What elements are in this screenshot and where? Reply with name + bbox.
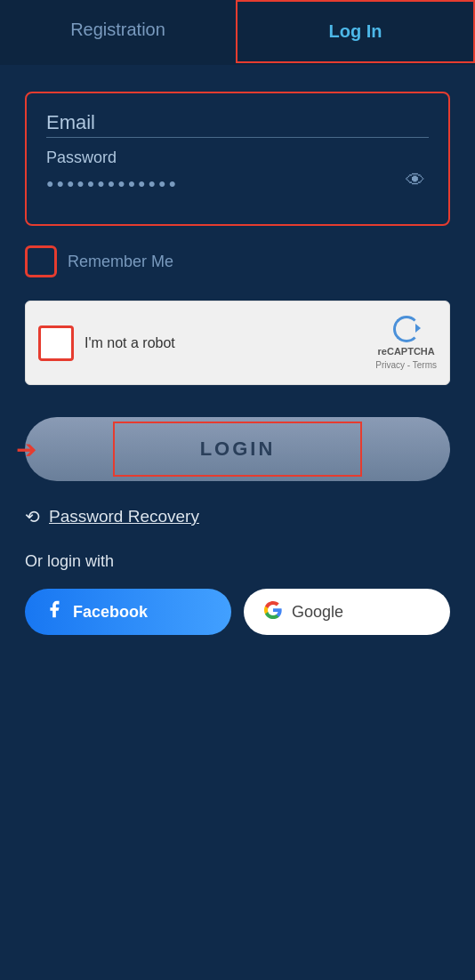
- login-button-outer: LOGIN: [25, 417, 450, 481]
- registration-tab-label: Registration: [70, 20, 165, 39]
- remember-me-checkbox[interactable]: [25, 245, 57, 277]
- recovery-icon: ⟲: [25, 506, 40, 527]
- password-label: Password: [46, 149, 429, 167]
- login-button-area: ➔ LOGIN: [25, 417, 450, 481]
- tab-registration[interactable]: Registration: [0, 0, 236, 63]
- recaptcha-right: reCAPTCHA Privacy - Terms: [375, 316, 437, 370]
- password-field-group: Password ●●●●●●●●●●●●● 👁: [46, 149, 429, 196]
- email-field-group: [46, 111, 429, 138]
- recaptcha-text: I'm not a robot: [85, 335, 175, 351]
- tab-bar: Registration Log In: [0, 0, 475, 65]
- password-dots: ●●●●●●●●●●●●●: [46, 171, 429, 196]
- or-login-label: Or login with: [25, 552, 450, 571]
- remember-me-row: Remember Me: [25, 245, 450, 277]
- password-recovery-link[interactable]: Password Recovery: [49, 507, 199, 526]
- email-input[interactable]: [46, 111, 429, 138]
- recaptcha-brand: reCAPTCHA: [378, 346, 435, 357]
- social-buttons: Facebook Google: [25, 589, 450, 635]
- remember-me-label: Remember Me: [68, 253, 173, 271]
- login-button-label: LOGIN: [200, 438, 276, 460]
- arrow-right-icon: ➔: [16, 435, 36, 464]
- recaptcha-widget[interactable]: I'm not a robot reCAPTCHA Privacy - Term…: [25, 301, 450, 385]
- facebook-login-button[interactable]: Facebook: [25, 589, 231, 635]
- login-form-box: Password ●●●●●●●●●●●●● 👁: [25, 92, 450, 226]
- recaptcha-left: I'm not a robot: [38, 325, 175, 361]
- checkbox-inner: [31, 252, 51, 271]
- main-content: Password ●●●●●●●●●●●●● 👁 Remember Me I'm…: [0, 65, 475, 662]
- recaptcha-checkbox[interactable]: [38, 325, 74, 361]
- facebook-icon: [44, 599, 64, 624]
- google-label: Google: [292, 603, 343, 622]
- recaptcha-arrows-icon: [393, 316, 420, 342]
- tab-login[interactable]: Log In: [236, 0, 475, 63]
- google-login-button[interactable]: Google: [244, 589, 450, 635]
- facebook-label: Facebook: [73, 603, 148, 622]
- google-icon: [263, 600, 283, 624]
- password-recovery-row: ⟲ Password Recovery: [25, 506, 450, 527]
- eye-icon[interactable]: 👁: [406, 169, 425, 192]
- recaptcha-links: Privacy - Terms: [375, 360, 437, 370]
- login-button[interactable]: LOGIN: [113, 422, 363, 477]
- login-tab-label: Log In: [329, 21, 382, 41]
- or-login-section: Or login with Facebook: [25, 552, 450, 635]
